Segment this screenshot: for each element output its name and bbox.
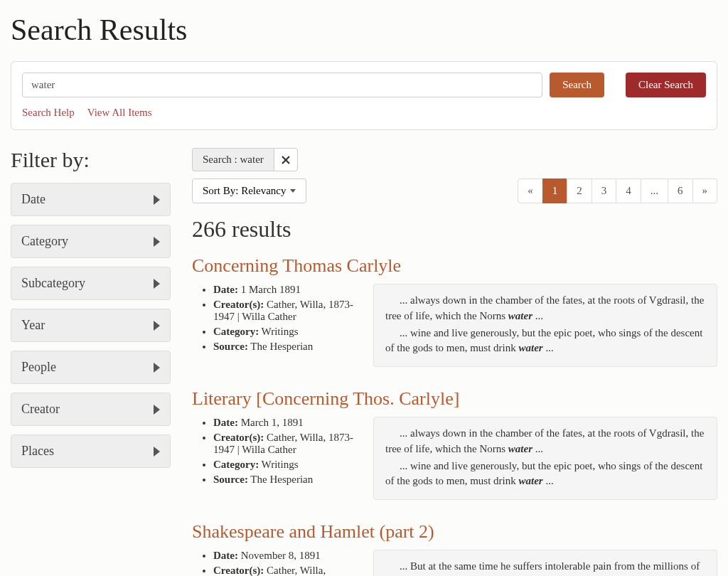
filter-label: Creator [21, 402, 60, 417]
chevron-right-icon [154, 237, 160, 247]
filter-label: People [21, 360, 56, 375]
page-next[interactable]: » [692, 178, 718, 203]
meta-item: Creator(s): Cather, Willa, 1873-1947 | W… [213, 432, 359, 456]
filter-label: Year [21, 318, 45, 333]
result-title-link[interactable]: Literary [Concerning Thos. Carlyle] [192, 388, 459, 409]
results-count: 266 results [192, 216, 717, 242]
highlight: water [508, 443, 532, 454]
close-icon [282, 156, 290, 164]
search-result: Concerning Thomas CarlyleDate: 1 March 1… [192, 255, 717, 367]
result-snippet: ... always down in the chamber of the fa… [373, 284, 717, 367]
filter-category[interactable]: Category [11, 225, 171, 258]
page-title: Search Results [11, 13, 717, 47]
chevron-right-icon [154, 321, 160, 331]
meta-item: Source: The Hesperian [213, 474, 359, 486]
search-result: Shakespeare and Hamlet (part 2)Date: Nov… [192, 521, 717, 576]
pagination: «1234...6» [518, 178, 717, 203]
page-4[interactable]: 4 [616, 178, 641, 203]
clear-search-button[interactable]: Clear Search [626, 73, 706, 97]
chevron-right-icon [154, 405, 160, 415]
highlight: water [508, 310, 532, 321]
meta-item: Category: Writings [213, 326, 359, 338]
meta-item: Category: Writings [213, 459, 359, 471]
remove-filter-button[interactable] [274, 148, 298, 171]
sort-dropdown[interactable]: Sort By: Relevancy [192, 178, 306, 203]
chevron-right-icon [154, 195, 160, 205]
highlight: water [519, 342, 543, 353]
result-snippet: ... always down in the chamber of the fa… [373, 417, 717, 500]
result-title-link[interactable]: Shakespeare and Hamlet (part 2) [192, 521, 434, 542]
search-panel: Search Clear Search Search Help View All… [11, 61, 717, 130]
view-all-items-link[interactable]: View All Items [87, 107, 152, 118]
filter-subcategory[interactable]: Subcategory [11, 267, 171, 300]
page-...: ... [641, 178, 668, 203]
meta-item: Date: March 1, 1891 [213, 417, 359, 429]
filter-people[interactable]: People [11, 351, 171, 384]
result-metadata: Date: March 1, 1891Creator(s): Cather, W… [192, 417, 359, 500]
filter-year[interactable]: Year [11, 309, 171, 342]
meta-item: Date: November 8, 1891 [213, 550, 359, 562]
result-title-link[interactable]: Concerning Thomas Carlyle [192, 255, 401, 276]
filter-label: Category [21, 234, 68, 249]
result-metadata: Date: November 8, 1891Creator(s): Cather… [192, 550, 359, 576]
filter-date[interactable]: Date [11, 183, 171, 216]
search-result: Literary [Concerning Thos. Carlyle]Date:… [192, 388, 717, 500]
filter-places[interactable]: Places [11, 434, 171, 468]
result-snippet: ... But at the same time he suffers into… [373, 550, 717, 576]
results-content: Search : water Sort By: Relevancy «1234.… [192, 148, 717, 576]
active-filter-chip: Search : water [192, 148, 274, 171]
meta-item: Creator(s): Cather, Willa, 1873-1947 | W… [213, 299, 359, 323]
page-2[interactable]: 2 [567, 178, 592, 203]
chevron-right-icon [154, 363, 160, 373]
page-3[interactable]: 3 [592, 178, 617, 203]
filter-label: Subcategory [21, 276, 85, 291]
meta-item: Date: 1 March 1891 [213, 284, 359, 296]
sort-label: Sort By: Relevancy [203, 185, 286, 197]
meta-item: Creator(s): Cather, Willa, [213, 565, 359, 576]
highlight: water [519, 475, 543, 486]
search-help-link[interactable]: Search Help [22, 107, 75, 118]
filter-label: Places [21, 444, 54, 459]
page-6[interactable]: 6 [668, 178, 693, 203]
page-prev[interactable]: « [518, 178, 543, 203]
caret-down-icon [290, 189, 296, 193]
search-input[interactable] [22, 73, 542, 97]
page-1[interactable]: 1 [542, 178, 568, 203]
chevron-right-icon [154, 279, 160, 289]
meta-item: Source: The Hesperian [213, 341, 359, 353]
filter-heading: Filter by: [11, 148, 171, 172]
filter-sidebar: Filter by: DateCategorySubcategoryYearPe… [11, 148, 171, 576]
result-metadata: Date: 1 March 1891Creator(s): Cather, Wi… [192, 284, 359, 367]
filter-label: Date [21, 192, 46, 207]
filter-creator[interactable]: Creator [11, 393, 171, 426]
search-button[interactable]: Search [550, 73, 604, 97]
chevron-right-icon [154, 447, 160, 457]
